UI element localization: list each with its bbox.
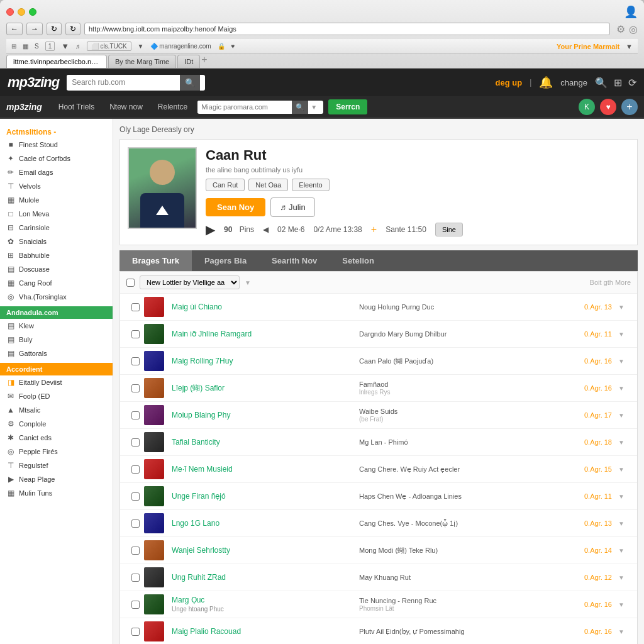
notification-icon[interactable]: 🔔 (539, 75, 553, 89)
song-title[interactable]: Tafial Banticity (172, 438, 359, 447)
sidebar-item-conplole[interactable]: ⚙ Conplole (0, 417, 113, 431)
song-title[interactable]: Maig Rolling 7Huy (172, 357, 359, 365)
row-more-button[interactable]: ▼ (618, 331, 625, 338)
row-more-button[interactable]: ▼ (618, 547, 625, 554)
row-checkbox-1[interactable] (131, 330, 140, 338)
row-checkbox-4[interactable] (131, 411, 140, 419)
song-title[interactable]: Marg ỌucUnge htoang Phuc (172, 596, 359, 613)
search-btn-green[interactable]: Serrcn (328, 99, 367, 114)
row-checkbox-11[interactable] (131, 601, 140, 609)
row-more-button[interactable]: ▼ (618, 466, 625, 473)
back-button[interactable]: ← (6, 23, 23, 35)
select-all-checkbox[interactable] (126, 279, 135, 287)
row-more-button[interactable]: ▼ (618, 601, 625, 608)
row-more-button[interactable]: ▼ (618, 412, 625, 419)
forward-button[interactable]: → (26, 23, 43, 35)
tag-net-oaa[interactable]: Net Oaa (248, 179, 288, 191)
sidebar-item-mtsalic[interactable]: ▲ Mtsalic (0, 403, 113, 417)
row-checkbox-2[interactable] (131, 357, 140, 365)
sidebar-item-neap-plage[interactable]: ▶ Neap Plage (0, 472, 113, 486)
follow-button[interactable]: Sean Noy (206, 198, 265, 216)
sort-select[interactable]: New Lottler by Vlellige aa (140, 275, 240, 289)
music-expand-btn[interactable]: ▼ (308, 104, 319, 111)
close-button[interactable] (6, 8, 14, 16)
row-more-button[interactable]: ▼ (618, 574, 625, 581)
tag-eleento[interactable]: Eleento (292, 179, 329, 191)
profile-icon[interactable]: 👤 (624, 5, 638, 19)
row-more-button[interactable]: ▼ (618, 439, 625, 446)
refresh-button2[interactable]: ↻ (65, 23, 80, 35)
refresh-button[interactable]: ↻ (47, 23, 62, 35)
change-label[interactable]: change (560, 78, 587, 87)
search-button-top[interactable]: 🔍 (180, 75, 200, 91)
search-input-top[interactable] (67, 75, 180, 90)
song-title[interactable]: Lîejp (蝴) Saflor (172, 383, 359, 394)
row-more-button[interactable]: ▼ (618, 304, 625, 311)
nav-circle-icon[interactable]: K (579, 99, 595, 115)
song-title[interactable]: Maig ùi Chiano (172, 303, 359, 311)
tag-can-rut[interactable]: Can Rut (206, 179, 245, 191)
browser-tab-3[interactable]: IDt (177, 55, 200, 68)
row-checkbox-0[interactable] (131, 303, 140, 311)
sidebar-item-mulole[interactable]: ▦ Mulole (0, 193, 113, 207)
row-checkbox-5[interactable] (131, 438, 140, 447)
maximize-button[interactable] (29, 8, 36, 16)
nav-ntew-now[interactable]: Ntew now (104, 103, 148, 111)
sidebar-item-email[interactable]: ✏ Email dags (0, 165, 113, 179)
song-title[interactable]: Ung Ruhit ZRad (172, 573, 359, 582)
sidebar-item-buly[interactable]: ▤ Buly (0, 333, 113, 347)
sidebar-item-klew[interactable]: ▤ Klew (0, 319, 113, 333)
nav-heart-icon[interactable]: ♥ (600, 99, 616, 115)
song-title[interactable]: Moiup Blaing Phy (172, 411, 359, 419)
row-checkbox-10[interactable] (131, 574, 140, 582)
row-more-button[interactable]: ▼ (618, 358, 625, 365)
sidebar-item-lon-meva[interactable]: □ Lon Meva (0, 207, 113, 221)
row-more-button[interactable]: ▼ (618, 520, 625, 527)
browser-tab-2[interactable]: By the Marg Time (108, 55, 176, 68)
sidebar-item-mulin-tuns[interactable]: ▦ Mulin Tuns (0, 486, 113, 500)
sidebar-item-babhuible[interactable]: ⊞ Babhuible (0, 248, 113, 262)
browser-tab-active[interactable]: ittme.tivinnpearbeclicbo.ng.ul... (6, 55, 107, 68)
song-title[interactable]: Lngo 1G Lano (172, 519, 359, 528)
song-title[interactable]: Main iỡ Jhlíne Ramgard (172, 330, 359, 338)
refresh-icon[interactable]: ⟳ (628, 77, 636, 89)
sidebar-item-finest-stoud[interactable]: ■ Finest Stoud (0, 138, 113, 152)
sidebar-item-eitatily[interactable]: ◨ Eitatily Deviist (0, 375, 113, 389)
sidebar-item-cacle[interactable]: ✦ Cacle of Corfbds (0, 152, 113, 165)
sine-button[interactable]: Sine (435, 223, 463, 236)
row-checkbox-3[interactable] (131, 384, 140, 392)
address-bar[interactable]: http://www.bng.iolt.com maipzolby:henoof… (84, 23, 610, 35)
nav-plus-icon[interactable]: + (621, 99, 638, 115)
sidebar-item-canicteds[interactable]: ✱ Canict eds (0, 431, 113, 445)
add-to-playlist-icon[interactable]: + (371, 224, 377, 235)
search-icon-top[interactable]: 🔍 (595, 77, 608, 89)
sidebar-item-foolp[interactable]: ✉ Foolp (ED (0, 389, 113, 403)
sidebar-item-doscuase[interactable]: ▤ Doscuase (0, 262, 113, 276)
row-more-button[interactable]: ▼ (618, 385, 625, 392)
song-title[interactable]: Maig Plalio Racouad (172, 627, 359, 636)
sidebar-item-gattorals[interactable]: ▤ Gattorals (0, 347, 113, 360)
nav-relentce[interactable]: Relentce (153, 103, 192, 111)
nav-hoot-triels[interactable]: Hoot Triels (53, 103, 99, 111)
search-music-input[interactable] (197, 101, 292, 113)
search-music-btn-icon[interactable]: 🔍 (292, 101, 308, 114)
tab-setelion[interactable]: Setelion (330, 250, 387, 271)
tab-brages-turk[interactable]: Brages Turk (119, 250, 192, 271)
song-title[interactable]: Unge Firan ñẹjó (172, 492, 359, 501)
sidebar-item-vha-torsinglax[interactable]: ◎ Vha.(Torsinglax (0, 290, 113, 304)
sidebar-item-cang-roof[interactable]: ▦ Cang Roof (0, 276, 113, 290)
sidebar-item-regulstef[interactable]: ⊤ Regulstef (0, 458, 113, 472)
sidebar-item-snaicials[interactable]: ✿ Snaicials (0, 235, 113, 248)
sidebar-item-carinsiole[interactable]: ⊟ Carinsiole (0, 221, 113, 235)
sort-dropdown-arrow[interactable]: ▼ (245, 279, 251, 286)
row-checkbox-9[interactable] (131, 547, 140, 555)
row-checkbox-7[interactable] (131, 492, 140, 501)
tab-pagers-bia[interactable]: Pagers Bia (192, 250, 259, 271)
row-checkbox-12[interactable] (131, 628, 140, 636)
sidebar-item-pepple[interactable]: ◎ Pepple Firés (0, 445, 113, 458)
tab-searith-nov[interactable]: Searith Nov (259, 250, 330, 271)
grid-icon[interactable]: ⊞ (614, 77, 622, 89)
row-more-button[interactable]: ▼ (618, 628, 625, 635)
play-button[interactable]: ▶ (206, 222, 215, 237)
song-title[interactable]: Me·ĭ Nem Musieid (172, 465, 359, 474)
